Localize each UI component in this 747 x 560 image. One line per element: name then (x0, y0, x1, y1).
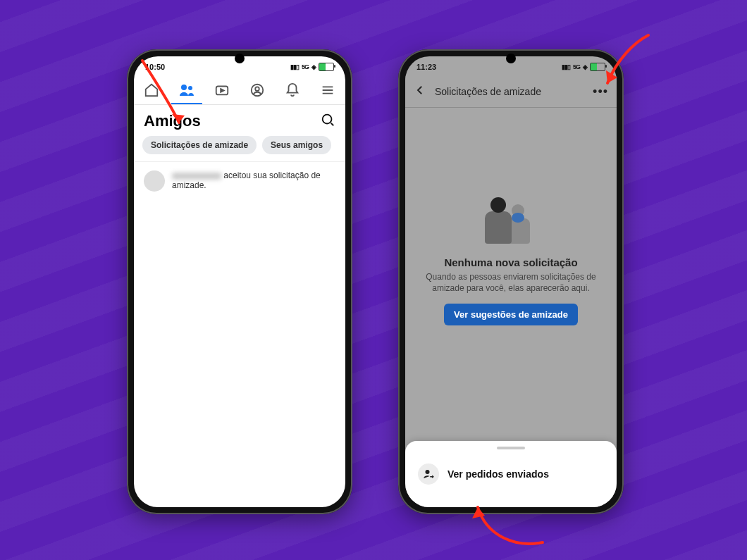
wifi-icon: ◈ (311, 63, 316, 70)
avatar (144, 170, 165, 192)
page-title: Amigos (144, 112, 201, 130)
nav-watch-icon[interactable] (214, 82, 230, 99)
phone-camera-notch (506, 54, 516, 63)
redacted-name (172, 173, 221, 180)
phone-camera-notch (235, 54, 245, 63)
back-icon[interactable] (414, 84, 426, 99)
screen-requests: 11:23 ▮▮▯ 5G ◈ Solicitações de amizade •… (405, 56, 617, 507)
empty-state: Nenhuma nova solicitação Quando as pesso… (405, 197, 617, 325)
nav-profile-icon[interactable] (249, 82, 266, 99)
chip-your-friends[interactable]: Seus amigos (262, 136, 331, 154)
fb-top-nav (134, 76, 345, 105)
svg-point-5 (323, 115, 332, 124)
empty-body: Quando as pessoas enviarem solicitações … (425, 271, 597, 294)
battery-icon (319, 63, 334, 71)
search-icon[interactable] (320, 112, 335, 130)
phone-mockup-1: 10:50 ▮▮▯ 5G ◈ (127, 49, 352, 514)
see-suggestions-button[interactable]: Ver sugestões de amizade (444, 304, 578, 325)
svg-point-6 (426, 470, 430, 474)
background-pattern (0, 0, 747, 560)
sheet-item-label: Ver pedidos enviados (447, 468, 549, 480)
bottom-sheet: Ver pedidos enviados (405, 441, 617, 507)
friend-accept-notification[interactable]: aceitou sua solicitação de amizade. (134, 162, 345, 200)
network-label: 5G (302, 63, 309, 70)
wifi-icon: ◈ (583, 63, 587, 70)
screen-friends: 10:50 ▮▮▯ 5G ◈ (134, 56, 345, 507)
nav-notifications-icon[interactable] (284, 82, 301, 99)
notification-text: aceitou sua solicitação de amizade. (172, 170, 335, 192)
network-label: 5G (573, 63, 580, 70)
status-time: 11:23 (416, 63, 436, 71)
nav-menu-icon[interactable] (319, 82, 336, 99)
empty-title: Nenhuma nova solicitação (444, 256, 577, 268)
battery-icon (590, 63, 605, 71)
requests-header: Solicitações de amizade ••• (405, 76, 617, 108)
person-arrow-icon (418, 463, 439, 485)
more-options-icon[interactable]: ••• (593, 85, 608, 99)
chip-friend-requests[interactable]: Solicitações de amizade (142, 136, 257, 154)
signal-icon: ▮▮▯ (290, 63, 299, 70)
status-time: 10:50 (145, 63, 165, 71)
see-sent-requests-item[interactable]: Ver pedidos enviados (405, 456, 617, 492)
nav-home-icon[interactable] (143, 82, 160, 99)
svg-point-1 (188, 86, 192, 90)
sheet-grab-handle[interactable] (497, 447, 525, 449)
signal-icon: ▮▮▯ (562, 63, 570, 70)
people-illustration-icon (479, 197, 543, 247)
phone-mockup-2: 11:23 ▮▮▯ 5G ◈ Solicitações de amizade •… (398, 49, 624, 514)
svg-point-4 (255, 87, 259, 91)
nav-friends-icon[interactable] (178, 82, 195, 99)
svg-point-0 (181, 85, 187, 90)
header-title: Solicitações de amizade (435, 86, 584, 97)
